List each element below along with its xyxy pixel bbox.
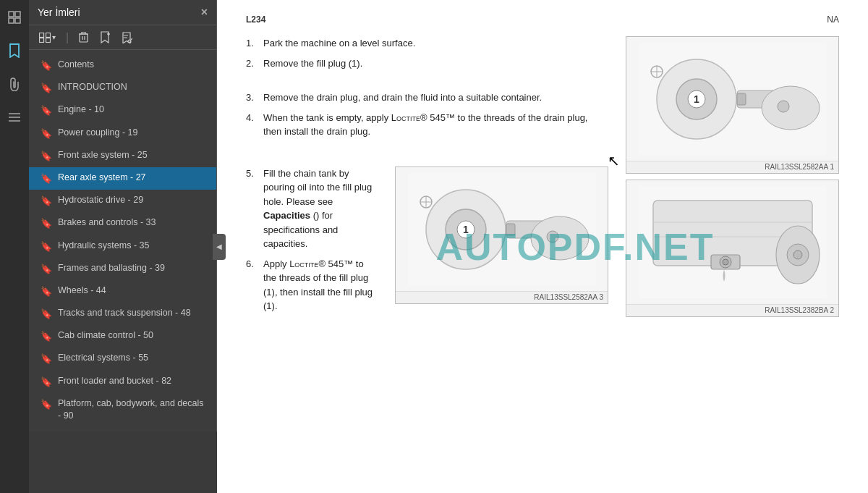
bookmark-label-front-loader: Front loader and bucket - 82	[58, 375, 208, 388]
svg-rect-10	[46, 38, 51, 42]
layout-button[interactable]: ▾	[36, 31, 59, 44]
loctite-label-2: Loctite	[289, 258, 318, 269]
bookmark-nav-icon[interactable]	[4, 41, 25, 61]
bookmark-indicator: 🔖	[41, 127, 52, 140]
bookmark-indicator: 🔖	[41, 330, 52, 343]
bookmark-item-rear-axle[interactable]: 🔖 Rear axle system - 27	[29, 167, 216, 190]
bookmark-indicator-active: 🔖	[41, 172, 52, 185]
svg-line-23	[131, 38, 132, 40]
bookmark-indicator: 🔖	[41, 398, 52, 411]
svg-rect-3	[15, 18, 20, 23]
doc-image-2: RAIL13SSL2382BA 2	[626, 180, 839, 317]
svg-text:1: 1	[694, 93, 699, 105]
bookmark-item-front-loader[interactable]: 🔖 Front loader and bucket - 82	[29, 371, 216, 393]
bookmark-label-tracks: Tracks and track suspension - 48	[58, 307, 208, 320]
pages-icon[interactable]	[4, 7, 25, 28]
bookmark-label-hydrostatic: Hydrostatic drive - 29	[58, 194, 208, 207]
panel-title: Yer İmleri	[38, 7, 80, 18]
svg-rect-9	[40, 38, 44, 42]
main-content[interactable]: AUTOPDF.NET ↖ L234 NA	[217, 0, 868, 493]
panel-header: Yer İmleri ×	[29, 0, 216, 25]
layers-nav-icon[interactable]	[4, 107, 25, 127]
bookmark-label-cab-climate: Cab climate control - 50	[58, 329, 208, 342]
bookmark-label-wheels: Wheels - 44	[58, 285, 208, 298]
bookmark-item-tracks[interactable]: 🔖 Tracks and track suspension - 48	[29, 303, 216, 325]
bookmark-label-power-coupling: Power coupling - 19	[58, 127, 208, 140]
bookmark-item-front-axle[interactable]: 🔖 Front axle system - 25	[29, 145, 216, 167]
bookmark-indicator: 🔖	[41, 217, 52, 230]
step-6: 6. Apply Loctite® 545™ to the threads of…	[246, 257, 378, 313]
bookmark-item-introduction[interactable]: 🔖 INTRODUCTION	[29, 77, 216, 99]
doc-region: NA	[827, 14, 839, 25]
step-3-text: Remove the drain plug, and drain the flu…	[263, 90, 542, 105]
bookmark-label-engine: Engine - 10	[58, 104, 208, 117]
bookmark-indicator: 🔖	[41, 308, 52, 321]
delete-bookmark-button[interactable]	[76, 30, 91, 44]
loctite-label: Loctite	[391, 112, 420, 123]
step-6-text: Apply Loctite® 545™ to the threads of th…	[263, 257, 378, 313]
step-4-text: When the tank is empty, apply Loctite® 5…	[263, 111, 608, 139]
bookmark-item-power-coupling[interactable]: 🔖 Power coupling - 19	[29, 122, 216, 145]
bookmark-indicator: 🔖	[41, 104, 52, 117]
bookmark-label-rear-axle: Rear axle system - 27	[58, 172, 208, 185]
bookmark-label-introduction: INTRODUCTION	[58, 81, 208, 94]
bookmark-indicator: 🔖	[41, 353, 52, 366]
image-caption-3: RAIL13SSL2582AA 3	[396, 291, 608, 303]
svg-rect-30	[737, 93, 746, 105]
bookmark-item-hydrostatic[interactable]: 🔖 Hydrostatic drive - 29	[29, 190, 216, 212]
svg-rect-52	[506, 224, 515, 235]
bookmark-item-wheels[interactable]: 🔖 Wheels - 44	[29, 280, 216, 303]
flag-bookmark-button[interactable]	[119, 30, 135, 45]
bookmark-item-cab-climate[interactable]: 🔖 Cab climate control - 50	[29, 325, 216, 347]
bookmark-item-brakes[interactable]: 🔖 Brakes and controls - 33	[29, 212, 216, 235]
svg-rect-0	[9, 12, 14, 17]
bookmark-item-frames[interactable]: 🔖 Frames and ballasting - 39	[29, 258, 216, 280]
bookmark-indicator: 🔖	[41, 240, 52, 253]
svg-rect-7	[40, 33, 44, 37]
doc-header-bar: L234 NA	[246, 14, 839, 25]
add-bookmark-button[interactable]	[97, 30, 113, 45]
svg-rect-11	[80, 34, 88, 42]
bookmark-panel: Yer İmleri × ▾ |	[29, 0, 217, 493]
step-1-text: Park the machine on a level surface.	[263, 36, 415, 51]
step-5: 5. Fill the chain tank by pouring oil in…	[246, 167, 378, 251]
bookmark-label-platform: Platform, cab, bodywork, and decals - 90	[58, 397, 208, 423]
doc-image-1: 1 RAIL13SSL2582AA 1	[626, 36, 839, 174]
bookmark-indicator: 🔖	[41, 59, 52, 72]
paperclip-nav-icon[interactable]	[4, 74, 25, 94]
image-caption-1: RAIL13SSL2582AA 1	[626, 161, 838, 173]
bookmark-label-hydraulic: Hydraulic systems - 35	[58, 240, 208, 253]
step-4: 4. When the tank is empty, apply Loctite…	[246, 111, 608, 139]
bookmark-label-front-axle: Front axle system - 25	[58, 149, 208, 162]
svg-rect-2	[9, 18, 14, 23]
svg-point-31	[762, 86, 820, 130]
bookmark-indicator: 🔖	[41, 263, 52, 276]
image-caption-2: RAIL13SSL2382BA 2	[626, 304, 838, 316]
svg-point-40	[723, 259, 728, 265]
doc-model: L234	[246, 14, 265, 25]
bookmark-item-hydraulic[interactable]: 🔖 Hydraulic systems - 35	[29, 235, 216, 258]
svg-text:1: 1	[463, 224, 469, 235]
bookmark-item-platform[interactable]: 🔖 Platform, cab, bodywork, and decals - …	[29, 393, 216, 427]
svg-point-54	[547, 231, 558, 243]
bookmark-indicator: 🔖	[41, 195, 52, 208]
bookmark-list: 🔖 Contents 🔖 INTRODUCTION 🔖 Engine - 10 …	[29, 50, 216, 431]
bookmark-item-electrical[interactable]: 🔖 Electrical systems - 55	[29, 347, 216, 370]
bookmark-item-contents[interactable]: 🔖 Contents	[29, 54, 216, 77]
step-1: 1. Park the machine on a level surface.	[246, 36, 608, 51]
panel-toolbar: ▾ |	[29, 25, 216, 50]
bookmark-label-electrical: Electrical systems - 55	[58, 352, 208, 365]
icon-rail	[0, 0, 29, 493]
bookmark-label-frames: Frames and ballasting - 39	[58, 262, 208, 275]
step-2: 2. Remove the fill plug (1).	[246, 56, 608, 71]
svg-rect-1	[15, 12, 20, 17]
step-5-text: Fill the chain tank by pouring oil into …	[263, 167, 378, 251]
doc-image-3: 1 RAIL13SSL2582AA 3	[395, 167, 608, 304]
bookmark-indicator: 🔖	[41, 285, 52, 298]
bookmark-indicator: 🔖	[41, 376, 52, 389]
bookmark-indicator: 🔖	[41, 150, 52, 163]
collapse-panel-button[interactable]: ◀	[213, 234, 226, 260]
bookmark-item-engine[interactable]: 🔖 Engine - 10	[29, 99, 216, 122]
svg-point-32	[778, 101, 789, 112]
close-panel-button[interactable]: ×	[201, 6, 208, 19]
